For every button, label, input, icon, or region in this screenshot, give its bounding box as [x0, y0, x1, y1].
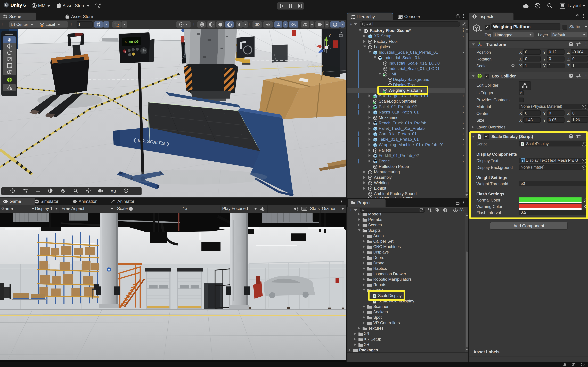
svg-text:?: ? — [570, 74, 572, 78]
svg-text:❮ Persp: ❮ Persp — [306, 63, 323, 68]
svg-text:⏻: ⏻ — [123, 51, 126, 54]
svg-text:z: z — [316, 54, 318, 58]
svg-text:y: y — [329, 33, 331, 37]
svg-text:Y: Y — [99, 25, 100, 27]
svg-text:?: ? — [570, 42, 572, 46]
svg-text:00.00 KG: 00.00 KG — [125, 40, 139, 44]
svg-text:x: x — [315, 42, 317, 47]
